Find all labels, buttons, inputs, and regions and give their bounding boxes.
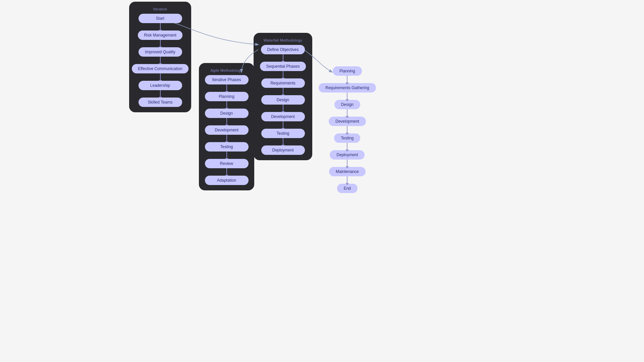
- arrow-wf-testing-deploy: [283, 138, 283, 145]
- node-agile-review[interactable]: Review: [205, 159, 249, 168]
- diagram-container: Iterative Start Risk Management Improved…: [0, 0, 644, 362]
- arrow-iter-planning: [226, 84, 227, 92]
- node-wf-testing[interactable]: Testing: [261, 129, 305, 138]
- arrow-sequential-requirements: [283, 71, 283, 78]
- node-sequential-phases[interactable]: Sequential Phases: [260, 62, 306, 71]
- panel1-title: Iterative: [153, 7, 167, 11]
- node-agile-development[interactable]: Development: [205, 125, 249, 135]
- arrow-start-risk: [160, 23, 161, 31]
- node-agile-design[interactable]: Design: [205, 109, 249, 118]
- node-agile-adaptation[interactable]: Adaptation: [205, 176, 249, 185]
- node-improved-quality[interactable]: Improved Quality: [139, 47, 182, 57]
- sa-arrow-5: [347, 143, 347, 150]
- sa-arrow-6: [347, 160, 347, 167]
- sa-arrow-7: [347, 176, 347, 184]
- panel-iterative: Iterative Start Risk Management Improved…: [129, 2, 191, 112]
- arrow-agile-planning-design: [226, 101, 227, 109]
- node-skilled-teams[interactable]: Skilled Teams: [139, 98, 182, 107]
- panel-agile: Agile Methodology Iterative Phases Plann…: [199, 63, 254, 190]
- arrow-comm-leadership: [160, 73, 161, 81]
- arrow-agile-design-dev: [226, 118, 227, 125]
- node-sa-planning[interactable]: Planning: [333, 66, 362, 76]
- node-iterative-phases[interactable]: Iterative Phases: [205, 75, 249, 84]
- sa-arrow-2: [347, 93, 347, 100]
- arrow-agile-testing-review: [226, 152, 227, 159]
- node-wf-design[interactable]: Design: [261, 95, 305, 105]
- standalone-flow: Planning Requirements Gathering Design D…: [319, 66, 376, 193]
- node-agile-testing[interactable]: Testing: [205, 142, 249, 152]
- arrow-agile-dev-testing: [226, 135, 227, 142]
- panel3-title: Waterfall Methodology: [264, 38, 302, 42]
- arrow-quality-comm: [160, 57, 161, 64]
- sa-arrow-4: [347, 126, 347, 133]
- node-wf-development[interactable]: Development: [261, 112, 305, 121]
- arrow-wf-dev-testing: [283, 121, 283, 129]
- panel2-title: Agile Methodology: [211, 68, 243, 72]
- node-risk-management[interactable]: Risk Management: [138, 31, 182, 40]
- arrow-wf-req-design: [283, 88, 283, 95]
- node-define-objectives[interactable]: Define Objectives: [261, 45, 305, 54]
- sa-arrow-1: [347, 76, 347, 83]
- arrow-leadership-skilled: [160, 90, 161, 98]
- node-leadership[interactable]: Leadership: [139, 81, 182, 90]
- node-wf-requirements[interactable]: Requirements: [261, 78, 305, 88]
- arrow-wf-design-dev: [283, 105, 283, 112]
- panel-waterfall: Waterfall Methodology Define Objectives …: [254, 33, 312, 160]
- node-wf-deployment[interactable]: Deployment: [261, 145, 305, 155]
- sa-arrow-3: [347, 109, 347, 117]
- node-agile-planning[interactable]: Planning: [205, 92, 249, 101]
- node-start[interactable]: Start: [139, 14, 182, 23]
- arrow-agile-review-adapt: [226, 168, 227, 176]
- node-effective-communication[interactable]: Effective Communication: [132, 64, 189, 73]
- arrow-define-sequential: [283, 54, 283, 62]
- arrow-risk-quality: [160, 40, 161, 47]
